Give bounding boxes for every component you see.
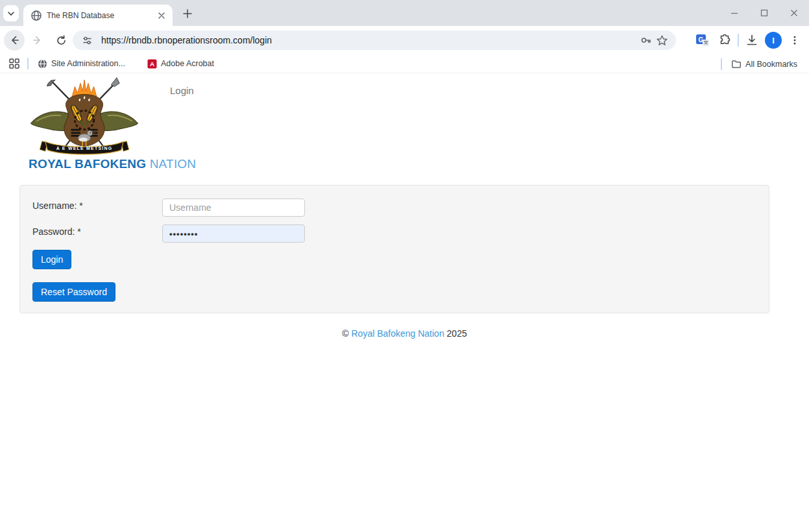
minimize-button[interactable] [719,0,749,26]
toolbar-right-icons: G I [694,30,804,50]
toolbar-separator [738,34,739,47]
wordmark-secondary: NATION [150,157,197,171]
footer-link[interactable]: Royal Bafokeng Nation [351,328,444,339]
username-label: Username: * [32,200,83,211]
tab-title: The RBN Database [47,11,156,20]
password-key-icon[interactable] [638,32,654,48]
bookmarks-separator [27,58,29,69]
all-bookmarks-area: All Bookmarks [717,54,803,73]
bookmark-star-icon[interactable] [654,32,670,48]
all-bookmarks-label: All Bookmarks [745,60,797,69]
tab-rbn-database[interactable]: The RBN Database [23,5,173,26]
chevron-down-icon [7,10,15,18]
browser-toolbar: https://rbndb.rbnoperationsroom.com/logi… [0,26,809,54]
page-content: A E WELE METSING ROYAL BAFOKENG NATION L… [0,74,809,532]
globe-icon [38,59,47,69]
tab-close-icon[interactable] [156,10,167,21]
bookmarks-separator-right [721,58,722,70]
password-input[interactable] [162,224,305,243]
address-bar[interactable]: https://rbndb.rbnoperationsroom.com/logi… [73,30,676,50]
kebab-menu-icon[interactable] [786,31,804,49]
back-button[interactable] [4,30,25,51]
reload-button[interactable] [51,30,71,51]
copyright-symbol: © [342,328,348,339]
downloads-icon[interactable] [743,31,761,49]
password-label: Password: * [32,226,81,237]
extensions-puzzle-icon[interactable] [716,31,734,49]
folder-icon [731,59,742,69]
forward-button[interactable] [27,30,48,51]
bookmark-site-administration[interactable]: Site Administration... [32,57,130,71]
bookmark-adobe-acrobat[interactable]: A Adobe Acrobat [142,57,219,71]
globe-favicon-icon [31,10,42,21]
apps-grid-icon[interactable] [5,54,23,73]
site-settings-tune-icon[interactable] [79,32,95,48]
google-translate-icon[interactable]: G [694,31,712,49]
wordmark-primary: ROYAL BAFOKENG [29,157,146,171]
bookmarks-bar: Site Administration... A Adobe Acrobat A… [0,54,809,73]
maximize-button[interactable] [749,0,779,26]
username-input[interactable] [162,199,305,217]
login-button[interactable]: Login [32,250,71,269]
all-bookmarks-button[interactable]: All Bookmarks [726,57,803,71]
window-controls [719,0,809,26]
url-text[interactable]: https://rbndb.rbnoperationsroom.com/logi… [101,35,638,45]
logo-motto: A E WELE METSING [56,146,113,151]
logo-wordmark: ROYAL BAFOKENG NATION [29,157,141,171]
adobe-acrobat-icon: A [147,59,157,69]
rbn-crest-graphic: A E WELE METSING [29,77,140,156]
tab-search-button[interactable] [3,5,19,21]
footer-copyright: © Royal Bafokeng Nation 2025 [0,328,809,339]
svg-text:A: A [150,60,154,67]
browser-window: The RBN Database [0,0,809,532]
login-form-panel: Username: * Password: * Login Reset Pass… [19,185,769,313]
bookmark-label: Adobe Acrobat [161,59,214,68]
new-tab-button[interactable] [179,5,196,22]
tab-strip: The RBN Database [0,0,809,26]
reset-password-button[interactable]: Reset Password [32,282,115,302]
footer-year: 2025 [447,328,467,339]
close-window-button[interactable] [779,0,809,26]
rbn-logo: A E WELE METSING ROYAL BAFOKENG NATION [29,77,141,171]
page-title: Login [170,85,194,96]
profile-avatar[interactable]: I [765,32,782,49]
bookmark-label: Site Administration... [51,59,125,68]
